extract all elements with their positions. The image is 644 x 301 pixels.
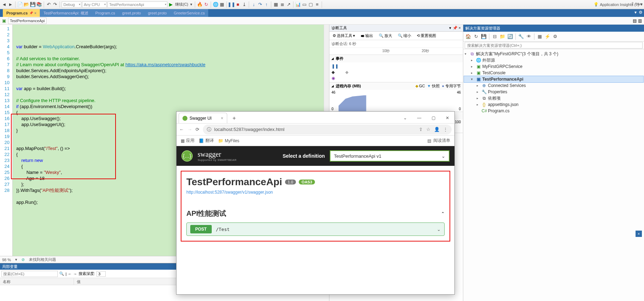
stop-icon[interactable]: ■ [235, 2, 241, 7]
restart-icon[interactable]: ↻ [203, 2, 209, 7]
nav-fwd-icon[interactable]: → [187, 127, 192, 132]
bm-myfiles[interactable]: 📁MyFiles [218, 138, 239, 143]
tab-greet2[interactable]: greet.proto [144, 9, 170, 17]
locals-search-input[interactable] [1, 271, 58, 277]
pause-icon[interactable]: ❚❚ [229, 2, 234, 7]
frame-icon[interactable]: ▢ [308, 2, 314, 7]
step-icon[interactable]: ⤓ [241, 2, 247, 7]
diag-pin-icon[interactable]: 📌 [453, 26, 458, 30]
info-icon[interactable]: ⓘ [207, 126, 211, 133]
diag-close-icon[interactable]: × [459, 26, 461, 30]
win-close-icon[interactable]: ✕ [440, 113, 454, 123]
nav-next-icon[interactable]: → [73, 272, 77, 276]
soln-search-input[interactable] [465, 42, 643, 49]
list-icon[interactable]: ≡ [314, 2, 320, 7]
redo-icon[interactable]: ↷ [52, 2, 58, 7]
definition-select[interactable]: TestPerformanceApi v1⌄ [330, 150, 450, 162]
tree-node[interactable]: ▸▣MyFirstGRPCService [464, 63, 643, 70]
tag-header[interactable]: API性能测试 ⌃ [186, 209, 445, 218]
save-icon[interactable]: 💾 [30, 2, 36, 7]
diag-menu-icon[interactable]: ▾ [449, 26, 451, 30]
zoom-in-button[interactable]: 🔍 放大 [377, 32, 394, 39]
depth-combo[interactable]: 3 [97, 271, 106, 277]
tab-greeter-svc[interactable]: GreeterService.cs [170, 9, 208, 17]
show-all-icon[interactable]: 📁 [499, 33, 506, 40]
step-out-icon[interactable]: ↑ [264, 2, 269, 7]
share-icon[interactable]: ⇪ [419, 127, 423, 132]
properties-icon[interactable]: 🔧 [518, 33, 525, 40]
star-icon[interactable]: ☆ [426, 127, 431, 132]
zoom-level[interactable]: 98 % [2, 258, 11, 262]
settings-icon[interactable]: ⚙ [552, 33, 559, 40]
mem-header[interactable]: ◢进程内存 (MB) ◆ GC ▼ 快照 ● 专用字节 [329, 82, 463, 90]
grid-icon[interactable]: ▦ [273, 2, 279, 7]
open-icon[interactable]: 📂 [24, 2, 29, 7]
tab-close-icon[interactable]: × [221, 116, 223, 121]
window-icon[interactable]: ▭ [302, 2, 307, 7]
live-share-button[interactable]: ⇪ Live [631, 1, 643, 6]
zoom-out-button[interactable]: 🔍 缩小 [396, 32, 413, 39]
save-all-icon[interactable]: 💾 [480, 33, 487, 40]
nav-back-icon[interactable]: ◄ [1, 2, 7, 7]
tab-overview[interactable]: TestPerformanceApi: 概述 [40, 9, 92, 17]
menu-icon[interactable]: ⋮ [443, 127, 448, 132]
undo-icon[interactable]: ↶ [46, 2, 51, 7]
scope-combo[interactable]: TestPerformanceApi [8, 18, 47, 24]
tab-program2[interactable]: Program.cs [92, 9, 119, 17]
profile-icon[interactable]: 👤 [434, 127, 440, 132]
tabs-settings-icon[interactable]: ⚙ [639, 10, 643, 15]
bar-chart-icon[interactable]: 📊 [295, 2, 301, 7]
pin-icon[interactable]: 📌 [29, 11, 33, 15]
win-max-icon[interactable]: ▢ [426, 113, 440, 123]
browser-tab[interactable]: Swagger UI × [179, 113, 227, 123]
reload-icon[interactable]: ⟳ [196, 127, 199, 132]
tree-node[interactable]: ▸🔧Properties [464, 89, 643, 95]
search-icon[interactable]: 🔍 [59, 271, 64, 276]
new-file-icon[interactable]: 📄 [17, 2, 23, 7]
tree-node[interactable]: ▾▣TestPerformanceApi [464, 76, 643, 82]
tab-greet1[interactable]: greet.proto [119, 9, 144, 17]
operation-row[interactable]: POST /Test ⌄ [186, 222, 445, 236]
step-into-icon[interactable]: ↓ [251, 2, 256, 7]
tree-node[interactable]: ▸⊕Connected Services [464, 82, 643, 89]
tree-node[interactable]: ▸{}appsettings.json [464, 101, 643, 108]
wand-icon[interactable]: ↗ [286, 2, 291, 7]
tool-icon[interactable]: ▦ [219, 2, 225, 7]
select-tool-button[interactable]: ⚙ 选择工具 ▾ [331, 32, 357, 39]
bm-translate[interactable]: 📘翻译 [199, 138, 214, 144]
sync-icon[interactable]: ↻ [472, 33, 479, 40]
tree-node[interactable]: ▸🌐外部源 [464, 57, 643, 63]
collapse-icon[interactable]: ⊟ [491, 33, 498, 40]
win-dropdown-icon[interactable]: ⌄ [398, 113, 412, 123]
refresh-icon[interactable]: 🔄 [507, 33, 514, 40]
output-button[interactable]: 🡆 输出 [359, 32, 375, 39]
nav-fwd-icon[interactable]: ► [8, 2, 13, 7]
browser-titlebar[interactable]: Swagger UI × + ⌄ — ▢ ✕ [177, 112, 454, 124]
tab-program-cs[interactable]: Program.cs📌× [3, 9, 40, 17]
reading-list-button[interactable]: ▤阅读清单 [427, 138, 450, 144]
tree-node[interactable]: ▸⧉依赖项 [464, 95, 643, 101]
startup-combo[interactable]: TestPerformanceApi [107, 1, 167, 8]
close-icon[interactable]: × [35, 11, 37, 15]
home-icon[interactable]: 🏠 [465, 33, 472, 40]
panel-close-icon[interactable]: × [636, 231, 642, 237]
url-field[interactable]: ⓘ localhost:5287/swagger/index.html ⇪ ☆ … [203, 125, 452, 134]
continue-button[interactable]: ▶ [168, 2, 174, 7]
view-icon[interactable]: ▦ [536, 33, 543, 40]
swagger-json-link[interactable]: http://localhost:5287/swagger/v1/swagger… [186, 190, 273, 195]
browser-icon[interactable]: 🌐 [213, 2, 218, 7]
step-over-icon[interactable]: ↷ [257, 2, 263, 7]
nav-back-icon[interactable]: ← [179, 127, 184, 132]
tab-overflow-icon[interactable]: ▾ [634, 10, 637, 15]
config-combo[interactable]: Debug [62, 1, 81, 8]
apps-button[interactable]: ▦应用 [181, 138, 194, 144]
events-header[interactable]: ◢事件 [329, 55, 463, 62]
diag-timeline[interactable]: 10秒 20秒 [329, 48, 463, 55]
platform-combo[interactable]: Any CPU [82, 1, 107, 8]
soln-root[interactable]: ▾⧉解决方案"MyFirstGRPC"(3 个项目，共 3 个) [464, 51, 643, 57]
nav-prev-icon[interactable]: ← [68, 272, 72, 276]
hot-reload-icon[interactable]: 🔥 [197, 2, 203, 7]
soln-tree[interactable]: ▾⧉解决方案"MyFirstGRPC"(3 个项目，共 3 个) ▸🌐外部源▸▣… [463, 49, 644, 301]
split-h-icon[interactable]: ▤ [633, 18, 637, 23]
layers-icon[interactable]: ≣ [279, 2, 285, 7]
